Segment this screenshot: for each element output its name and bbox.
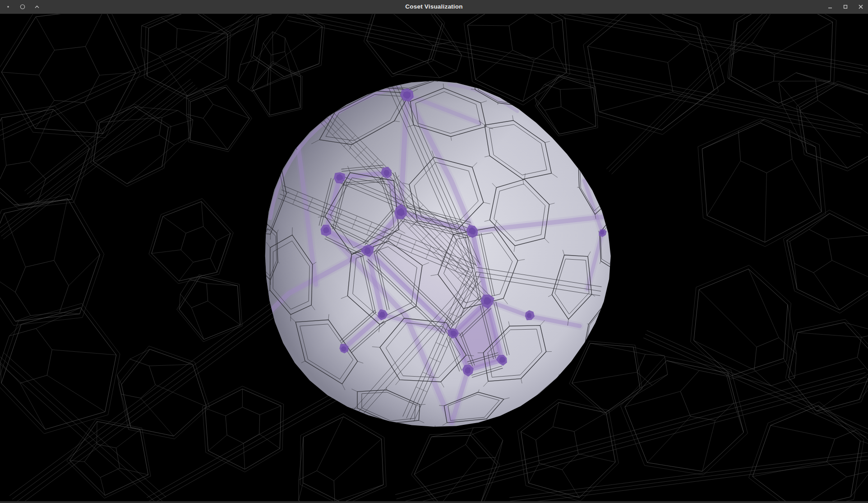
record-circle-icon[interactable] [20, 4, 25, 9]
window-bottom-border [0, 501, 868, 503]
visualization-canvas[interactable] [0, 14, 868, 501]
close-button[interactable] [858, 4, 863, 9]
window-controls [827, 4, 868, 9]
minimize-button[interactable] [827, 4, 833, 9]
titlebar-left-icons [0, 4, 40, 9]
chevron-up-icon[interactable] [34, 4, 40, 9]
app-window: Coset Visualization [0, 0, 868, 503]
viewport-area [0, 14, 868, 501]
maximize-button[interactable] [843, 4, 848, 9]
titlebar[interactable]: Coset Visualization [0, 0, 868, 14]
maximize-icon [844, 5, 847, 9]
window-title: Coset Visualization [0, 0, 868, 14]
app-menu-dot-icon[interactable] [5, 4, 11, 9]
close-icon [859, 5, 863, 9]
